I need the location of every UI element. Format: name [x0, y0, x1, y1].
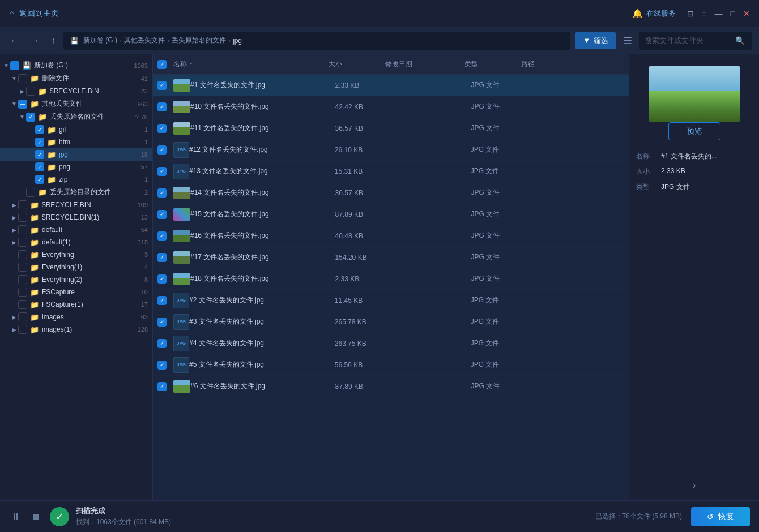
- window-maximize-btn[interactable]: □: [731, 9, 735, 18]
- table-row[interactable]: ✓ JPG #5 文件名丢失的文件.jpg 56.56 KB JPG 文件: [153, 354, 629, 376]
- tree-check-everything2[interactable]: [18, 263, 27, 272]
- tree-check-everything3[interactable]: [18, 275, 27, 284]
- sidebar-item-images2[interactable]: ▶ 📁 images(1) 128: [0, 323, 152, 336]
- row-check-13[interactable]: ✓: [157, 339, 173, 348]
- sidebar-item-default2[interactable]: ▶ 📁 default(1) 315: [0, 236, 152, 248]
- home-link[interactable]: 返回到主页: [19, 8, 59, 19]
- filter-button[interactable]: ▼ 筛选: [575, 32, 616, 49]
- checkbox-8[interactable]: ✓: [157, 231, 167, 241]
- tree-check-recycle1[interactable]: [26, 87, 35, 96]
- sidebar-item-gif[interactable]: ✓ 📁 gif 1: [0, 123, 152, 136]
- header-type[interactable]: 类型: [464, 59, 521, 69]
- breadcrumb-current[interactable]: jpg: [233, 37, 242, 45]
- checkbox-1[interactable]: ✓: [157, 81, 167, 90]
- tree-check-png[interactable]: ✓: [35, 162, 44, 171]
- back-button[interactable]: ←: [7, 33, 23, 48]
- sidebar-item-default1[interactable]: ▶ 📁 default 54: [0, 224, 152, 236]
- search-input[interactable]: [645, 36, 735, 45]
- restore-button[interactable]: ↺ 恢复: [691, 507, 750, 526]
- tree-toggle-recycle1[interactable]: ▶: [18, 88, 26, 95]
- checkbox-14[interactable]: ✓: [157, 361, 167, 370]
- sidebar-item-everything2[interactable]: 📁 Everything(1) 4: [0, 261, 152, 273]
- sidebar-item-fscapture1[interactable]: 📁 FSCapture 10: [0, 286, 152, 298]
- row-check-5[interactable]: ✓: [157, 167, 173, 176]
- window-minimize-btn[interactable]: —: [715, 9, 723, 18]
- row-check-11[interactable]: ✓: [157, 296, 173, 305]
- row-check-15[interactable]: ✓: [157, 382, 173, 391]
- table-row[interactable]: ✓ #6 文件名丢失的文件.jpg 87.89 KB JPG 文件: [153, 376, 629, 397]
- row-check-4[interactable]: ✓: [157, 145, 173, 155]
- tree-check-images1[interactable]: [18, 312, 27, 321]
- row-check-3[interactable]: ✓: [157, 124, 173, 133]
- table-row[interactable]: ✓ JPG #2 文件名丢失的文件.jpg 11.45 KB JPG 文件: [153, 290, 629, 311]
- breadcrumb-named[interactable]: 丢失原始名的文件: [172, 36, 226, 45]
- tree-check-recycle3[interactable]: [18, 213, 27, 222]
- sidebar-item-png[interactable]: ✓ 📁 png 57: [0, 161, 152, 173]
- sidebar-item-recycle1[interactable]: ▶ 📁 $RECYCLE.BIN 23: [0, 85, 152, 97]
- window-menu-btn[interactable]: ⊟: [687, 9, 694, 18]
- sidebar-item-htm[interactable]: ✓ 📁 htm 1: [0, 136, 152, 148]
- list-view-button[interactable]: ☰: [621, 32, 634, 49]
- tree-check-root[interactable]: —: [10, 61, 19, 70]
- checkbox-6[interactable]: ✓: [157, 188, 167, 198]
- checkbox-13[interactable]: ✓: [157, 339, 167, 348]
- tree-check-fscapture2[interactable]: [18, 300, 27, 309]
- tree-check-recycle2[interactable]: [18, 200, 27, 209]
- row-check-1[interactable]: ✓: [157, 81, 173, 90]
- table-row[interactable]: ✓ #15 文件名丢失的文件.jpg 87.89 KB JPG 文件: [153, 204, 629, 225]
- search-button[interactable]: 🔍: [735, 36, 745, 45]
- row-check-10[interactable]: ✓: [157, 274, 173, 284]
- sidebar-item-deleted[interactable]: ▼ 📁 删除文件 41: [0, 72, 152, 85]
- window-close-btn[interactable]: ✕: [743, 9, 750, 18]
- sidebar-item-zip[interactable]: ✓ 📁 zip 1: [0, 173, 152, 186]
- tree-check-gif[interactable]: ✓: [35, 125, 44, 134]
- table-row[interactable]: ✓ #17 文件名丢失的文件.jpg 154.20 KB JPG 文件: [153, 247, 629, 268]
- tree-toggle-recycle3[interactable]: ▶: [10, 214, 18, 221]
- row-check-2[interactable]: ✓: [157, 102, 173, 111]
- tree-toggle-images1[interactable]: ▶: [10, 314, 18, 320]
- table-row[interactable]: ✓ JPG #13 文件名丢失的文件.jpg 15.31 KB JPG 文件: [153, 161, 629, 182]
- tree-toggle-deleted[interactable]: ▼: [10, 75, 18, 81]
- tree-check-default1[interactable]: [18, 225, 27, 234]
- checkbox-15[interactable]: ✓: [157, 382, 167, 391]
- tree-check-jpg[interactable]: ✓: [35, 150, 44, 159]
- tree-check-images2[interactable]: [18, 325, 27, 334]
- checkbox-7[interactable]: ✓: [157, 210, 167, 219]
- preview-button[interactable]: 预览: [668, 122, 720, 140]
- sidebar-item-recycle3[interactable]: ▶ 📁 $RECYCLE.BIN(1) 13: [0, 211, 152, 224]
- table-row[interactable]: ✓ JPG #12 文件名丢失的文件.jpg 26.10 KB JPG 文件: [153, 139, 629, 161]
- checkbox-9[interactable]: ✓: [157, 253, 167, 262]
- row-check-9[interactable]: ✓: [157, 253, 173, 262]
- tree-check-default2[interactable]: [18, 238, 27, 247]
- panel-next-button[interactable]: ›: [688, 477, 701, 494]
- table-row[interactable]: ✓ JPG #3 文件名丢失的文件.jpg 265.78 KB JPG 文件: [153, 311, 629, 333]
- header-path[interactable]: 路径: [521, 59, 624, 69]
- tree-check-everything1[interactable]: [18, 250, 27, 259]
- table-row[interactable]: ✓ #14 文件名丢失的文件.jpg 36.57 KB JPG 文件: [153, 182, 629, 204]
- checkbox-2[interactable]: ✓: [157, 102, 167, 111]
- stop-button[interactable]: ⏹: [29, 509, 43, 524]
- table-row[interactable]: ✓ #18 文件名丢失的文件.jpg 2.33 KB JPG 文件: [153, 268, 629, 290]
- row-check-14[interactable]: ✓: [157, 361, 173, 370]
- table-row[interactable]: ✓ #1 文件名丢失的文件.jpg 2.33 KB JPG 文件: [153, 75, 629, 96]
- table-row[interactable]: ✓ #11 文件名丢失的文件.jpg 36.57 KB JPG 文件: [153, 118, 629, 139]
- checkbox-5[interactable]: ✓: [157, 167, 167, 176]
- tree-check-htm[interactable]: ✓: [35, 138, 44, 147]
- sidebar-item-everything3[interactable]: 📁 Everything(2) 8: [0, 273, 152, 286]
- row-check-6[interactable]: ✓: [157, 188, 173, 198]
- tree-toggle-recycle2[interactable]: ▶: [10, 202, 18, 208]
- sidebar-item-jpg[interactable]: ✓ 📁 jpg 18: [0, 148, 152, 161]
- tree-toggle-lostnamed[interactable]: ▼: [18, 114, 26, 120]
- row-check-8[interactable]: ✓: [157, 231, 173, 241]
- sidebar-item-lostnamed[interactable]: ▼ ✓ 📁 丢失原始名的文件 ? 78: [0, 110, 152, 123]
- row-check-7[interactable]: ✓: [157, 210, 173, 219]
- header-size[interactable]: 大小: [329, 59, 385, 69]
- header-date[interactable]: 修改日期: [385, 59, 464, 69]
- tree-check-lost[interactable]: —: [18, 100, 27, 109]
- tree-check-lostnamed[interactable]: ✓: [26, 113, 35, 122]
- sidebar-item-lost[interactable]: ▼ — 📁 其他丢失文件 963: [0, 97, 152, 110]
- tree-check-deleted[interactable]: [18, 74, 27, 83]
- tree-toggle-default1[interactable]: ▶: [10, 227, 18, 233]
- tree-toggle-default2[interactable]: ▶: [10, 239, 18, 246]
- checkbox-4[interactable]: ✓: [157, 145, 167, 155]
